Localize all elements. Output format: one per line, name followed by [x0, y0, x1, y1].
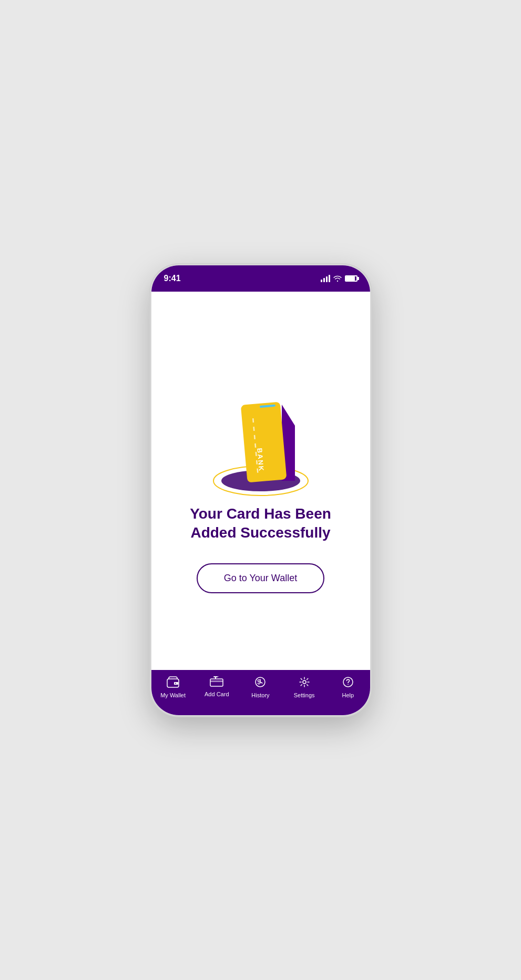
nav-item-add-card[interactable]: + Add Card	[201, 676, 232, 697]
status-time: 9:41	[164, 274, 181, 283]
help-icon	[342, 676, 354, 690]
notch	[224, 265, 298, 280]
wallet-icon	[167, 676, 179, 690]
bottom-nav: My Wallet + Add Card $	[151, 670, 370, 716]
nav-label-add-card: Add Card	[205, 691, 229, 697]
status-icons	[321, 275, 357, 282]
signal-icon	[321, 275, 330, 282]
nav-item-help[interactable]: Help	[332, 676, 364, 698]
svg-point-20	[303, 680, 306, 684]
success-title: Your Card Has Been Added Successfully	[190, 504, 331, 543]
svg-point-22	[348, 684, 349, 685]
history-icon: $	[254, 676, 266, 690]
nav-label-settings: Settings	[294, 692, 315, 698]
nav-item-history[interactable]: $ History	[244, 676, 276, 698]
phone-frame: 9:41	[150, 264, 371, 716]
settings-icon	[299, 676, 310, 690]
card-illustration: BANK	[203, 378, 319, 504]
svg-point-10	[175, 683, 176, 684]
main-content: BANK Your Card Has Been Added Successful…	[151, 292, 370, 670]
add-card-icon: +	[210, 676, 223, 689]
svg-text:+: +	[217, 676, 220, 678]
go-to-wallet-button[interactable]: Go to Your Wallet	[197, 563, 324, 593]
svg-rect-11	[210, 679, 223, 686]
battery-icon	[345, 275, 357, 282]
wifi-icon	[333, 275, 342, 282]
nav-item-settings[interactable]: Settings	[289, 676, 320, 698]
svg-rect-12	[210, 680, 223, 682]
nav-label-history: History	[251, 692, 269, 698]
status-bar: 9:41	[151, 265, 370, 292]
nav-label-help: Help	[342, 692, 354, 698]
nav-item-my-wallet[interactable]: My Wallet	[157, 676, 189, 698]
nav-label-my-wallet: My Wallet	[160, 692, 186, 698]
